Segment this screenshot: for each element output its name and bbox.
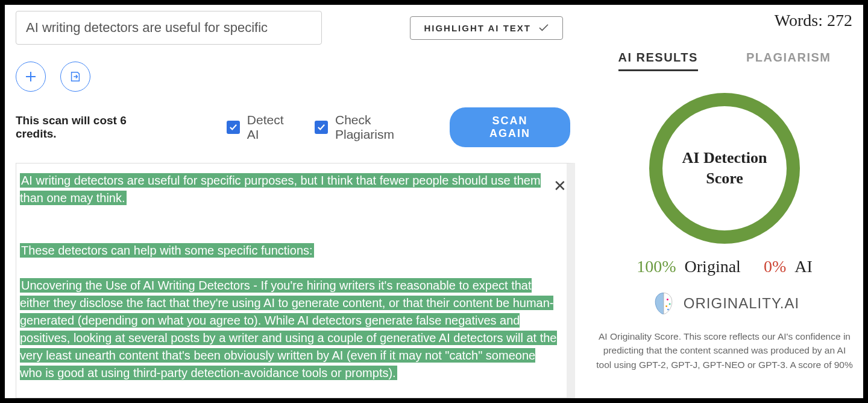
svg-point-1	[669, 303, 671, 305]
content-paragraph: Uncovering the Use of AI Writing Detecto…	[20, 278, 557, 380]
score-breakdown: 100% Original 0% AI	[637, 257, 813, 276]
close-icon[interactable]: ✕	[552, 177, 568, 195]
brand-logo: ORIGINALITY.AI	[650, 290, 799, 317]
content-textarea[interactable]: ✕ AI writing detectors are useful for sp…	[16, 163, 575, 398]
highlight-ai-text-button[interactable]: HIGHLIGHT AI TEXT	[410, 16, 563, 40]
percent-ai: 0%	[764, 257, 786, 276]
checkbox-icon	[227, 121, 240, 134]
detect-ai-label: Detect AI	[247, 113, 298, 142]
check-icon	[538, 24, 549, 32]
label-ai: AI	[794, 257, 813, 276]
check-plagiarism-checkbox[interactable]: Check Plagiarism	[315, 113, 433, 142]
content-paragraph: AI writing detectors are useful for spec…	[20, 173, 541, 205]
score-title-line2: Score	[706, 170, 743, 188]
brand-text: ORIGINALITY.AI	[684, 295, 799, 312]
plus-icon	[24, 70, 37, 83]
export-button[interactable]	[60, 62, 90, 92]
content-paragraph: These detectors can help with some speci…	[20, 243, 314, 258]
svg-point-3	[667, 309, 669, 311]
word-count: Words: 272	[775, 11, 852, 30]
score-description: AI Originality Score. This score reflect…	[592, 329, 857, 372]
tab-plagiarism[interactable]: PLAGIARISM	[746, 51, 831, 71]
add-button[interactable]	[16, 62, 46, 92]
score-ring: AI Detection Score	[649, 93, 800, 244]
scan-again-button[interactable]: SCAN AGAIN	[450, 107, 570, 147]
export-icon	[69, 70, 82, 83]
svg-point-0	[667, 299, 668, 300]
percent-original: 100%	[637, 257, 676, 276]
title-input[interactable]	[16, 11, 322, 45]
credits-text: This scan will cost 6 credits.	[16, 114, 169, 141]
score-title-line1: AI Detection	[682, 149, 767, 167]
svg-point-2	[665, 305, 667, 307]
detect-ai-checkbox[interactable]: Detect AI	[227, 113, 298, 142]
label-original: Original	[685, 257, 741, 276]
brain-icon	[650, 290, 678, 317]
check-plagiarism-label: Check Plagiarism	[335, 113, 433, 142]
checkbox-icon	[315, 121, 328, 134]
tab-ai-results[interactable]: AI RESULTS	[618, 51, 698, 71]
highlight-button-label: HIGHLIGHT AI TEXT	[424, 23, 531, 33]
